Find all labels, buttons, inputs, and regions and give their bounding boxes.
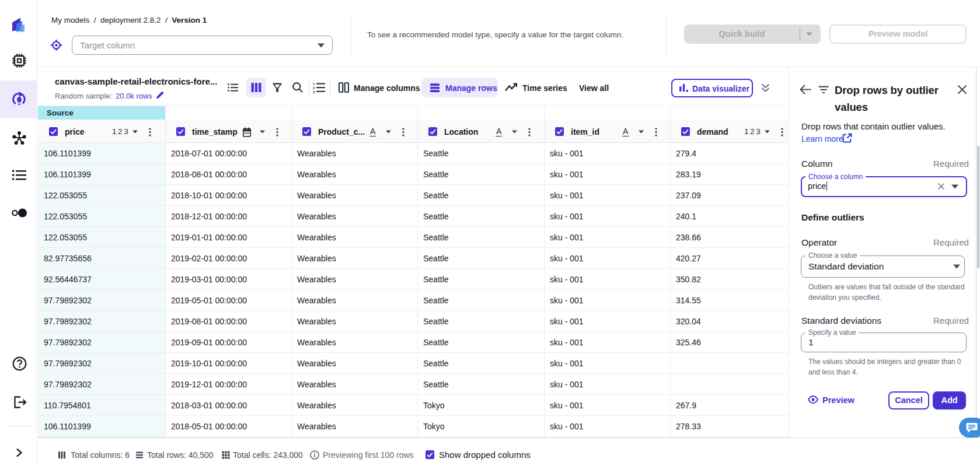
svg-text:2: 2 [313,86,315,90]
svg-text:1: 1 [313,82,315,86]
svg-text:3: 3 [313,90,315,93]
